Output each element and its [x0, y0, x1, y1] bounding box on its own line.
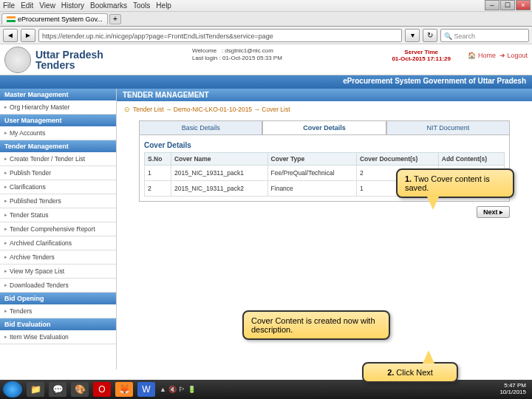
content-area: TENDER MANAGEMENT Tender List → Demo-NIC…: [117, 89, 532, 369]
sidebar-item[interactable]: Published Tenders: [0, 194, 116, 208]
new-tab-button[interactable]: +: [109, 14, 121, 24]
dropdown-button[interactable]: ▾: [405, 29, 420, 42]
col-add: Add Content(s): [438, 153, 504, 166]
top-links: 🏠 Home ➜ Logout: [468, 52, 528, 59]
home-link[interactable]: 🏠 Home: [468, 52, 496, 59]
logo-icon: [4, 47, 31, 73]
taskbar-icon[interactable]: 💬: [49, 382, 66, 397]
menubar: File Edit View History Bookmarks Tools H…: [0, 0, 532, 12]
sidebar: Master ManagementOrg Hierarchy MasterUse…: [0, 89, 117, 369]
blue-banner: eProcurement System Government of Uttar …: [0, 75, 532, 89]
sidebar-item[interactable]: Tender Status: [0, 208, 116, 222]
menu-help[interactable]: Help: [156, 1, 171, 10]
taskbar-icon[interactable]: 🎨: [71, 382, 89, 397]
sidebar-heading: Bid Opening: [0, 293, 116, 304]
site-header: Uttar PradeshTenders Welcome : dsgtnic1@…: [0, 44, 532, 75]
taskbar-icon-opera[interactable]: O: [93, 382, 111, 397]
tab-nit-document[interactable]: NIT Document: [386, 120, 510, 134]
callout-1: 1. Two Cover content is saved.: [396, 168, 514, 198]
sidebar-item[interactable]: Create Tender / Tender List: [0, 152, 116, 166]
sidebar-heading: Tender Management: [0, 140, 116, 152]
address-input[interactable]: https://etender.up.nic.in/nicgep/app?pag…: [38, 29, 402, 42]
menu-edit[interactable]: Edit: [21, 1, 33, 10]
tab-cover-details[interactable]: Cover Details: [262, 120, 386, 134]
sidebar-item[interactable]: Tender Comprehensive Report: [0, 222, 116, 236]
window-maximize[interactable]: ☐: [500, 0, 515, 10]
sidebar-item[interactable]: View My Space List: [0, 265, 116, 279]
urlbar: ◄ ► https://etender.up.nic.in/nicgep/app…: [0, 27, 532, 44]
tray-icons[interactable]: ▲🔇🏳🔋: [160, 386, 196, 393]
menu-view[interactable]: View: [39, 1, 55, 10]
back-button[interactable]: ◄: [3, 29, 18, 42]
menu-file[interactable]: File: [3, 1, 15, 10]
panel-heading: Cover Details: [144, 140, 505, 152]
taskbar-icon[interactable]: 📁: [27, 382, 44, 397]
col-docs: Cover Document(s): [356, 153, 438, 166]
col-name: Cover Name: [171, 153, 267, 166]
taskbar-icon-firefox[interactable]: 🦊: [115, 382, 133, 397]
taskbar-icon-word[interactable]: W: [137, 382, 155, 397]
search-input[interactable]: 🔍 Search: [440, 29, 529, 42]
sidebar-item[interactable]: Publish Tender: [0, 166, 116, 180]
user-meta: Welcome : dsgtnic1@nic.com Last login : …: [192, 47, 282, 63]
tab-title: eProcurement System Gov...: [18, 16, 103, 23]
browser-tabbar: eProcurement System Gov... +: [0, 12, 532, 27]
callout-2: Cover Content is created now with descri…: [242, 310, 390, 340]
next-button[interactable]: Next ▸: [477, 206, 510, 218]
sidebar-item[interactable]: My Accounts: [0, 126, 116, 140]
sidebar-heading: User Management: [0, 115, 116, 126]
sidebar-item[interactable]: Item Wise Evaluation: [0, 330, 116, 344]
sidebar-item[interactable]: Org Hierarchy Master: [0, 100, 116, 115]
sidebar-item[interactable]: Archived Clarifications: [0, 236, 116, 250]
sidebar-item[interactable]: Archive Tenders: [0, 250, 116, 265]
sidebar-item[interactable]: Tenders: [0, 304, 116, 318]
flag-icon: [7, 16, 16, 22]
site-title: Uttar PradeshTenders: [35, 50, 103, 70]
taskbar-clock[interactable]: 5:47 PM10/1/2015: [499, 383, 529, 396]
menu-history[interactable]: History: [61, 1, 84, 10]
breadcrumb: Tender List → Demo-NIC-LKO-01-10-2015 → …: [117, 101, 532, 117]
sidebar-heading: Bid Evaluation: [0, 318, 116, 330]
sidebar-item[interactable]: Downloaded Tenders: [0, 279, 116, 293]
logout-link[interactable]: ➜ Logout: [499, 52, 528, 59]
tab-basic-details[interactable]: Basic Details: [139, 120, 262, 134]
sidebar-heading: Master Management: [0, 89, 116, 100]
browser-tab[interactable]: eProcurement System Gov...: [1, 13, 108, 24]
window-close[interactable]: ×: [516, 0, 531, 10]
sidebar-item[interactable]: Clarifications: [0, 180, 116, 194]
menu-bookmarks[interactable]: Bookmarks: [90, 1, 127, 10]
content-tabs: Basic Details Cover Details NIT Document: [139, 120, 510, 134]
forward-button[interactable]: ►: [21, 29, 35, 42]
callout-3: 2. Click Next: [362, 362, 458, 383]
start-button[interactable]: [3, 381, 22, 398]
server-time: Server Time 01-Oct-2015 17:11:29: [392, 49, 451, 62]
page-title: TENDER MANAGEMENT: [117, 89, 532, 101]
col-sno: S.No: [145, 153, 171, 166]
window-minimize[interactable]: –: [485, 0, 499, 10]
col-type: Cover Type: [267, 153, 356, 166]
menu-tools[interactable]: Tools: [133, 1, 150, 10]
reload-button[interactable]: ↻: [423, 29, 437, 42]
